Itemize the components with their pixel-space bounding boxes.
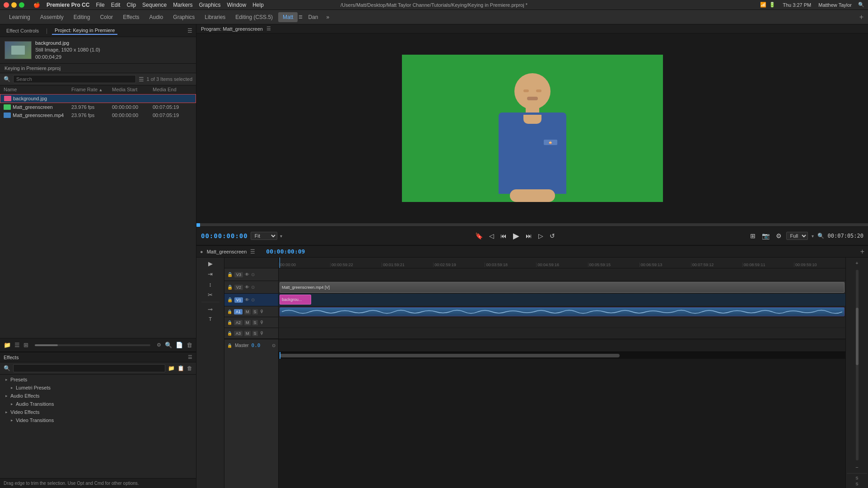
- marker-button[interactable]: 🔖: [473, 232, 485, 240]
- a2-lock-icon[interactable]: 🔒: [227, 320, 232, 325]
- v2-toggle[interactable]: V2: [234, 285, 243, 290]
- list-icon[interactable]: ☰: [14, 342, 20, 348]
- search-project-icon[interactable]: 🔍: [165, 342, 172, 348]
- a1-solo[interactable]: S: [252, 309, 258, 314]
- a1-toggle[interactable]: A1: [234, 309, 243, 314]
- effects-item-lumetri[interactable]: ▸ Lumetri Presets: [0, 384, 196, 392]
- effects-item-audio-effects[interactable]: ▸ Audio Effects: [0, 392, 196, 400]
- a3-mic-icon[interactable]: 🎙: [260, 331, 264, 336]
- a1-lock-icon[interactable]: 🔒: [227, 310, 232, 314]
- v2-lock-icon[interactable]: 🔒: [227, 285, 233, 290]
- tl-zoom-out-icon[interactable]: −: [854, 464, 859, 471]
- v2-lane[interactable]: Matt_greenscreen.mp4 [V]: [279, 281, 845, 294]
- menu-help[interactable]: Help: [252, 2, 264, 8]
- new-item-icon[interactable]: 📄: [176, 342, 183, 348]
- step-back-frame-button[interactable]: ◁: [487, 232, 496, 240]
- step-fwd-button[interactable]: ⏭: [524, 232, 534, 240]
- new-bin-icon[interactable]: 📁: [4, 342, 11, 348]
- file-row-background[interactable]: background.jpg: [0, 94, 196, 103]
- master-knob-icon[interactable]: ⊙: [272, 343, 275, 348]
- a3-mute[interactable]: M: [244, 331, 251, 336]
- tl-add-button[interactable]: +: [860, 248, 864, 256]
- menu-clip[interactable]: Clip: [126, 2, 136, 8]
- v3-toggle[interactable]: V3: [234, 272, 243, 277]
- a3-solo[interactable]: S: [252, 331, 258, 336]
- tl-scroll-bar[interactable]: [279, 352, 845, 359]
- v1-lane[interactable]: backgrou...: [279, 294, 845, 306]
- v1-eye-icon[interactable]: 👁: [245, 297, 249, 302]
- effects-search-input[interactable]: [13, 364, 165, 372]
- tl-vertical-scroll[interactable]: [856, 270, 859, 460]
- play-button[interactable]: ▶: [511, 231, 521, 241]
- menu-file[interactable]: File: [96, 2, 104, 8]
- tab-matt-menu[interactable]: ☰: [299, 14, 303, 19]
- time-ruler[interactable]: 00:00:00 00:00:59:22 00:01:59:21 00:02:5…: [279, 258, 845, 268]
- razor-tool[interactable]: ✂: [207, 291, 214, 299]
- effects-new-folder-icon[interactable]: 📁: [168, 365, 175, 371]
- clear-icon[interactable]: 🗑: [187, 342, 192, 348]
- tab-color[interactable]: Color: [95, 12, 117, 22]
- effects-item-video-effects[interactable]: ▸ Video Effects: [0, 408, 196, 416]
- icon-view-icon[interactable]: ⊞: [23, 342, 28, 348]
- v3-lock-icon[interactable]: 🔒: [227, 272, 233, 277]
- col-name-header[interactable]: Name: [4, 87, 71, 92]
- effects-menu-icon[interactable]: ☰: [188, 354, 192, 360]
- col-mediaend-header[interactable]: Media End: [153, 87, 189, 92]
- tab-editing[interactable]: Editing: [69, 12, 95, 22]
- loop-button[interactable]: ↺: [548, 232, 557, 240]
- a1-mute[interactable]: M: [244, 309, 251, 314]
- v1-lock-icon[interactable]: 🔒: [227, 297, 233, 302]
- v2-clip-greenscreen[interactable]: Matt_greenscreen.mp4 [V]: [280, 282, 845, 293]
- a1-lane[interactable]: [279, 306, 845, 317]
- selection-tool[interactable]: ▶: [207, 259, 214, 268]
- fit-dropdown[interactable]: Fit 25% 50% 100%: [251, 232, 277, 240]
- a2-mute[interactable]: M: [244, 320, 251, 325]
- workspace-add-button[interactable]: +: [859, 13, 863, 21]
- safe-margins-button[interactable]: ⊞: [748, 232, 757, 240]
- a1-clip[interactable]: [280, 307, 845, 316]
- a3-lane[interactable]: [279, 328, 845, 339]
- tl-zoom-in-icon[interactable]: +: [854, 259, 859, 267]
- menu-apple[interactable]: 🍎: [33, 2, 40, 8]
- effects-item-audio-transitions[interactable]: ▸ Audio Transitions: [0, 400, 196, 408]
- tl-timecode[interactable]: 00:00:00:09: [266, 248, 305, 255]
- menu-sequence[interactable]: Sequence: [142, 2, 167, 8]
- search-icon[interactable]: 🔍: [858, 2, 864, 8]
- tab-assembly[interactable]: Assembly: [36, 12, 68, 22]
- tab-learning[interactable]: Learning: [5, 12, 35, 22]
- a2-mic-icon[interactable]: 🎙: [260, 320, 264, 325]
- tab-graphics[interactable]: Graphics: [168, 12, 199, 22]
- ripple-edit-tool[interactable]: ⇥: [207, 270, 214, 278]
- a1-mic-icon[interactable]: 🎙: [260, 309, 264, 314]
- rate-stretch-tool[interactable]: ↕: [208, 280, 213, 289]
- panel-menu-icon[interactable]: ☰: [187, 28, 192, 34]
- tab-libraries[interactable]: Libraries: [200, 12, 230, 22]
- minimize-button[interactable]: [11, 2, 17, 8]
- tab-effect-controls[interactable]: Effect Controls: [4, 27, 42, 34]
- search-input[interactable]: [13, 75, 136, 83]
- close-button[interactable]: [4, 2, 9, 8]
- a2-lane[interactable]: [279, 317, 845, 328]
- list-view-icon[interactable]: ☰: [139, 76, 144, 83]
- scroll-thumb[interactable]: [280, 354, 620, 357]
- quality-dropdown[interactable]: Full 1/2 1/4: [786, 232, 808, 240]
- v3-settings-icon[interactable]: ⊙: [251, 272, 255, 277]
- text-tool[interactable]: T: [208, 315, 213, 323]
- a3-lock-icon[interactable]: 🔒: [227, 331, 232, 336]
- col-framerate-header[interactable]: Frame Rate: [71, 87, 112, 92]
- master-value[interactable]: 0.0: [252, 343, 261, 348]
- file-row-greenscreen-mp4[interactable]: Matt_greenscreen.mp4 23.976 fps 00:00:00…: [0, 111, 196, 119]
- effects-delete-icon[interactable]: 🗑: [187, 365, 192, 371]
- a2-solo[interactable]: S: [252, 320, 258, 325]
- tab-editing-css[interactable]: Editing (CSS.5): [231, 12, 277, 22]
- playhead-scrubber[interactable]: [196, 223, 868, 227]
- menu-edit[interactable]: Edit: [111, 2, 121, 8]
- tl-sequence-label[interactable]: Matt_greenscreen: [207, 249, 247, 254]
- v3-lane[interactable]: [279, 268, 845, 281]
- traffic-lights[interactable]: [4, 2, 24, 8]
- v2-eye-icon[interactable]: 👁: [245, 285, 249, 290]
- menu-graphics[interactable]: Graphics: [199, 2, 220, 8]
- a2-toggle[interactable]: A2: [234, 320, 243, 325]
- tab-dan[interactable]: Dan: [303, 12, 322, 22]
- project-settings-icon[interactable]: ⚙: [157, 342, 161, 348]
